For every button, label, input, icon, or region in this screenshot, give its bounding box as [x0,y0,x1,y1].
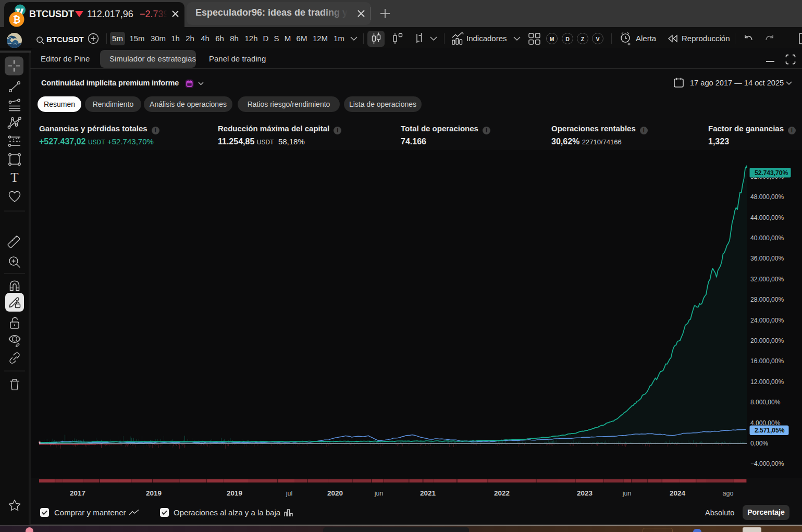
svg-text:32.000,00%: 32.000,00% [750,276,784,283]
svg-text:2021: 2021 [420,489,436,497]
svg-text:36.000,00%: 36.000,00% [750,255,784,262]
svg-text:16.000,00%: 16.000,00% [750,357,784,365]
svg-text:24.000,00%: 24.000,00% [750,317,784,324]
svg-text:40.000,00%: 40.000,00% [750,234,784,242]
svg-text:20.000,00%: 20.000,00% [750,337,784,344]
svg-text:2019: 2019 [227,489,242,497]
svg-text:ago: ago [723,490,734,497]
svg-text:T: T [10,170,18,184]
svg-text:jun: jun [374,490,384,497]
svg-text:44.000,00%: 44.000,00% [750,214,784,221]
svg-text:jul: jul [286,490,293,497]
svg-text:48.000,00%: 48.000,00% [750,193,784,201]
svg-text:2019: 2019 [146,489,162,497]
svg-text:2023: 2023 [577,489,593,497]
svg-text:2022: 2022 [494,489,510,497]
svg-text:2020: 2020 [327,489,343,497]
svg-text:12.000,00%: 12.000,00% [750,378,784,386]
svg-text:52.743,70%: 52.743,70% [755,169,788,177]
svg-text:0,00%: 0,00% [750,440,768,447]
svg-text:−4.000,00%: −4.000,00% [750,460,784,467]
svg-text:8.000,00%: 8.000,00% [750,399,781,406]
svg-text:jun: jun [622,490,632,497]
svg-text:2024: 2024 [670,489,686,497]
svg-text:2.571,05%: 2.571,05% [755,427,785,434]
svg-text:2017: 2017 [70,489,85,497]
svg-text:28.000,00%: 28.000,00% [750,296,784,303]
